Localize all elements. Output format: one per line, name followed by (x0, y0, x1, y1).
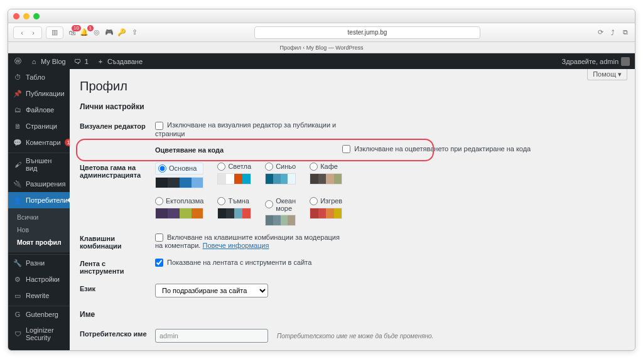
site-link[interactable]: ⌂My Blog (30, 57, 66, 66)
sidebar-toggle[interactable]: ▥ (46, 26, 63, 39)
share-icon[interactable]: ⇪ (130, 28, 139, 37)
scheme-swatches (155, 177, 203, 188)
pin-icon: 📌 (13, 89, 22, 98)
visual-editor-checkbox[interactable]: Изключване на визуалния редактор за публ… (155, 121, 336, 137)
scheme-radio[interactable] (310, 197, 318, 205)
scheme-name: Тъмна (228, 197, 249, 205)
panel-icon: ▥ (50, 28, 59, 37)
greeting[interactable]: Здравейте, admin (562, 57, 630, 66)
tabs-icon[interactable]: ⧉ (621, 28, 630, 37)
sidebar-item-posts[interactable]: 📌Публикации (8, 85, 70, 102)
sidebar-item-pages[interactable]: 🗎Страници (8, 118, 70, 134)
avatar (621, 57, 630, 66)
color-scheme-5[interactable]: Тъмна (217, 197, 251, 226)
sidebar-item-label: Потребители (26, 196, 68, 204)
sidebar-item-gutenberg[interactable]: GGutenberg (8, 306, 70, 323)
traffic-min-icon[interactable] (23, 13, 30, 19)
page-title: Профил (80, 79, 625, 94)
scheme-radio[interactable] (158, 164, 166, 173)
toolbar-checkbox-label: Показване на лентата с инструменти в сай… (167, 259, 311, 266)
scheme-radio[interactable] (265, 200, 273, 208)
scheme-swatches (265, 173, 296, 185)
wordpress-icon: ⓦ (13, 57, 22, 66)
scheme-name: Светла (228, 163, 251, 170)
row-shortcuts-label: Клавишни комбинации (80, 230, 155, 255)
scheme-radio[interactable] (310, 163, 318, 171)
nav-back-forward[interactable]: ‹ › (13, 26, 42, 39)
language-select[interactable]: По подразбиране за сайта (155, 284, 268, 297)
row-scheme-label: Цветова гама на администрацията (80, 159, 155, 230)
sidebar-item-label: Файлове (26, 106, 54, 114)
section-personal: Лични настройки (80, 102, 625, 111)
color-scheme-1[interactable]: Светла (217, 163, 251, 188)
shortcuts-moreinfo-link[interactable]: Повече информация (202, 242, 269, 249)
color-scheme-7[interactable]: Изгрев (310, 197, 342, 226)
submenu-my-profile[interactable]: Моят профил (8, 236, 70, 249)
sidebar-item-users[interactable]: 👤Потребители (8, 192, 70, 208)
comments-link[interactable]: 🗨1 (73, 57, 89, 66)
controller-icon[interactable]: 🎮 (105, 28, 114, 37)
sidebar-item-rewrite[interactable]: ▭Rewrite (8, 287, 70, 304)
window-titlebar (8, 9, 635, 23)
sidebar-item-tools[interactable]: 🔧Разни (8, 255, 70, 271)
dash-icon: ⏱ (13, 73, 22, 82)
admin-sidebar: ⏱Табло📌Публикации🗂Файлове🗎Страници💬Комен… (8, 69, 70, 350)
traffic-close-icon[interactable] (13, 13, 19, 19)
toolbar-checkbox[interactable]: Показване на лентата с инструменти в сай… (155, 259, 311, 266)
sidebar-item-label: Коментари (26, 139, 61, 146)
scheme-radio[interactable] (155, 197, 163, 205)
sidebar-item-comments[interactable]: 💬Коментари 1 (8, 134, 70, 151)
comment-icon: 💬 (13, 138, 22, 147)
wp-logo[interactable]: ⓦ (13, 57, 22, 66)
sidebar-item-plugins[interactable]: 🔌Разширения (8, 176, 70, 192)
address-bar[interactable]: tester.jump.bg (254, 26, 480, 39)
share-up-icon[interactable]: ⤴ (608, 28, 617, 37)
chevron-right-icon: › (29, 28, 38, 37)
scheme-swatches (310, 208, 342, 219)
reload-icon[interactable]: ⟳ (596, 28, 605, 37)
sidebar-item-label: Страници (26, 122, 57, 130)
greeting-label: Здравейте, admin (562, 58, 619, 65)
row-language-label: Език (80, 280, 155, 301)
eye-icon[interactable]: ◎ (92, 28, 101, 37)
color-scheme-3[interactable]: Кафе (310, 163, 342, 188)
sidebar-item-appearance[interactable]: 🖌Външен вид (8, 153, 70, 176)
sidebar-item-label: Gutenberg (26, 311, 58, 318)
sidebar-badge: 1 (65, 139, 70, 146)
new-content[interactable]: +Създаване (96, 57, 143, 66)
scheme-radio[interactable] (217, 163, 225, 171)
sidebar-item-loginizer[interactable]: 🛡Loginizer Security (8, 323, 70, 345)
sidebar-item-dashboard[interactable]: ⏱Табло (8, 69, 70, 85)
sidebar-item-label: Loginizer Security (26, 326, 65, 341)
sidebar-submenu: ВсичкиНовМоят профил (8, 208, 70, 252)
browser-toolbar: ‹ › ▥ 🛍 🔔 ◎ 🎮 🔑 ⇪ tester.jump.bg ⟳ ⤴ ⧉ (8, 23, 635, 42)
color-scheme-2[interactable]: Синьо (265, 163, 296, 188)
color-scheme-0[interactable]: Основна (155, 163, 203, 188)
brush-icon: 🖌 (13, 160, 22, 169)
cart-icon[interactable]: 🛍 (67, 28, 76, 37)
key-icon[interactable]: 🔑 (117, 28, 126, 37)
color-scheme-6[interactable]: Океан море (265, 197, 296, 226)
square-icon: ▭ (13, 291, 22, 300)
help-tab[interactable]: Помощ ▾ (587, 69, 627, 80)
visual-editor-checkbox-label: Изключване на визуалния редактор за публ… (155, 121, 336, 137)
scheme-name: Ектоплазма (166, 197, 203, 205)
row-visual-editor-label: Визуален редактор (80, 117, 155, 141)
submenu-all[interactable]: Всички (8, 211, 70, 223)
sidebar-item-media[interactable]: 🗂Файлове (8, 102, 70, 118)
collapse-icon: ◀ (13, 349, 22, 350)
sidebar-item-collapse[interactable]: ◀Свиване (8, 345, 70, 350)
syntax-checkbox[interactable]: Изключване на оцветяването при редактира… (342, 145, 531, 153)
browser-tab[interactable]: Профил ‹ My Blog — WordPress (279, 45, 363, 51)
scheme-radio[interactable] (265, 163, 273, 171)
bell-icon[interactable]: 🔔 (80, 28, 89, 37)
sidebar-item-label: Разширения (26, 180, 65, 188)
scheme-radio[interactable] (217, 197, 225, 205)
submenu-new[interactable]: Нов (8, 223, 70, 236)
scheme-swatches (155, 208, 203, 219)
traffic-max-icon[interactable] (33, 13, 40, 19)
color-scheme-4[interactable]: Ектоплазма (155, 197, 203, 226)
sidebar-item-settings[interactable]: ⚙Настройки (8, 271, 70, 287)
home-icon: ⌂ (30, 57, 38, 66)
color-schemes-grid: ОсновнаСветлаСиньоКафеЕктоплазмаТъмнаОке… (155, 163, 342, 226)
